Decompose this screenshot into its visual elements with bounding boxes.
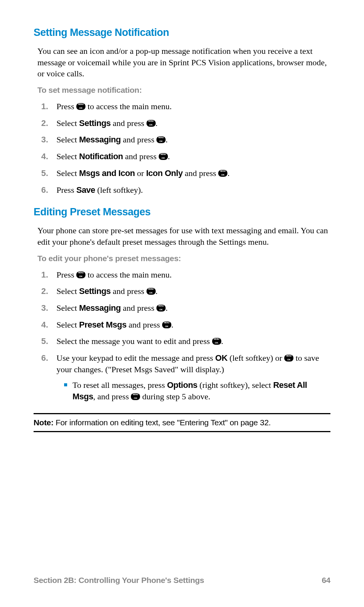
step-text: Select — [56, 152, 79, 161]
step-text: and press — [123, 152, 158, 161]
ui-term: Icon Only — [146, 168, 183, 178]
menu-ok-icon — [76, 271, 85, 278]
step-item: 5. Select Msgs and Icon or Icon Only and… — [41, 168, 330, 179]
steps-list-2: 1. Press to access the main menu. 2. Sel… — [41, 269, 330, 402]
menu-ok-icon — [284, 355, 293, 362]
step-text: Use your keypad to edit the message and … — [56, 353, 215, 363]
ui-term: Settings — [79, 118, 111, 128]
step-text: Press — [56, 270, 76, 279]
step-text: and press — [126, 320, 162, 329]
step-number: 5. — [41, 336, 48, 347]
note-block: Note: For information on editing text, s… — [34, 413, 330, 432]
ui-term: Notification — [79, 152, 123, 161]
menu-ok-icon — [218, 170, 227, 177]
steps-list-1: 1. Press to access the main menu. 2. Sel… — [41, 101, 330, 195]
step-number: 2. — [41, 286, 48, 297]
ui-term: Messaging — [79, 135, 121, 144]
intro-text: Your phone can store pre-set messages fo… — [37, 225, 330, 247]
step-text: . — [166, 135, 168, 144]
step-text: and press — [111, 286, 146, 296]
page-footer: Section 2B: Controlling Your Phone's Set… — [34, 576, 330, 585]
step-number: 5. — [41, 168, 48, 179]
step-number: 4. — [41, 151, 48, 162]
step-number: 4. — [41, 319, 48, 331]
bullet-text: , and press — [93, 392, 131, 401]
step-text: Select — [56, 118, 79, 128]
step-text: Select the message you want to edit and … — [56, 336, 212, 346]
footer-section: Section 2B: Controlling Your Phone's Set… — [34, 576, 204, 585]
bullet-text: during step 5 above. — [140, 392, 210, 401]
step-text: Select — [56, 303, 79, 313]
note-text: For information on editing text, see "En… — [53, 418, 271, 427]
step-text: . — [156, 118, 158, 128]
ui-term: Messaging — [79, 303, 121, 313]
step-text: (left softkey). — [95, 185, 143, 195]
note-label: Note: — [34, 418, 53, 427]
step-number: 3. — [41, 302, 48, 314]
step-item: 2. Select Settings and press . — [41, 286, 330, 297]
step-item: 4. Select Preset Msgs and press . — [41, 319, 330, 331]
step-number: 3. — [41, 134, 48, 145]
step-text: . — [171, 320, 174, 329]
step-text: Select — [56, 135, 79, 144]
ui-term: Preset Msgs — [79, 320, 126, 329]
subhead-text: To edit your phone's preset messages: — [37, 254, 330, 263]
step-item: 6. Use your keypad to edit the message a… — [41, 352, 330, 402]
menu-ok-icon — [156, 136, 166, 143]
bullet-text: To reset all messages, press — [72, 380, 167, 390]
step-text: . — [227, 168, 230, 178]
step-text: Select — [56, 320, 79, 329]
step-number: 2. — [41, 118, 48, 129]
menu-ok-icon — [76, 103, 85, 110]
step-text: and press — [121, 303, 156, 313]
menu-ok-icon — [147, 288, 156, 295]
ui-term: Save — [76, 185, 95, 195]
menu-ok-icon — [131, 393, 140, 400]
step-number: 6. — [41, 184, 48, 196]
step-text: to access the main menu. — [85, 270, 172, 279]
intro-text: You can see an icon and/or a pop-up mess… — [37, 45, 330, 79]
step-text: Select — [56, 168, 79, 178]
ui-term: OK — [215, 353, 227, 363]
step-text: Select — [56, 286, 79, 296]
step-item: 1. Press to access the main menu. — [41, 269, 330, 281]
step-item: 6. Press Save (left softkey). — [41, 184, 330, 196]
bullet-text: (right softkey), select — [197, 380, 273, 390]
step-item: 4. Select Notification and press . — [41, 151, 330, 162]
step-number: 1. — [41, 269, 48, 281]
step-text: . — [221, 336, 224, 346]
step-text: . — [166, 303, 168, 313]
ui-term: Settings — [79, 286, 111, 296]
ui-term: Msgs and Icon — [79, 168, 135, 178]
step-text: Press — [56, 102, 76, 111]
step-text: to access the main menu. — [85, 102, 172, 111]
menu-ok-icon — [156, 305, 166, 312]
step-item: 3. Select Messaging and press . — [41, 134, 330, 145]
subhead-text: To set message notification: — [37, 86, 330, 95]
step-number: 1. — [41, 101, 48, 112]
heading-setting-message-notification: Setting Message Notification — [34, 27, 330, 39]
step-item: 2. Select Settings and press . — [41, 118, 330, 129]
footer-page-number: 64 — [322, 576, 330, 585]
sub-bullet-list: To reset all messages, press Options (ri… — [64, 379, 330, 402]
step-text: (left softkey) or — [227, 353, 284, 363]
step-text: . — [156, 286, 158, 296]
heading-editing-preset-messages: Editing Preset Messages — [34, 206, 330, 218]
step-item: 1. Press to access the main menu. — [41, 101, 330, 112]
step-text: Press — [56, 185, 76, 195]
sub-bullet-item: To reset all messages, press Options (ri… — [64, 379, 330, 402]
ui-term: Options — [167, 380, 198, 390]
step-text: and press — [111, 118, 146, 128]
step-text: and press — [183, 168, 218, 178]
step-item: 3. Select Messaging and press . — [41, 302, 330, 314]
menu-ok-icon — [212, 338, 221, 345]
menu-ok-icon — [162, 321, 171, 328]
step-item: 5. Select the message you want to edit a… — [41, 336, 330, 347]
step-number: 6. — [41, 352, 48, 364]
menu-ok-icon — [147, 120, 156, 127]
menu-ok-icon — [159, 153, 168, 160]
step-text: . — [168, 152, 170, 161]
step-text: or — [135, 168, 146, 178]
step-text: and press — [121, 135, 156, 144]
